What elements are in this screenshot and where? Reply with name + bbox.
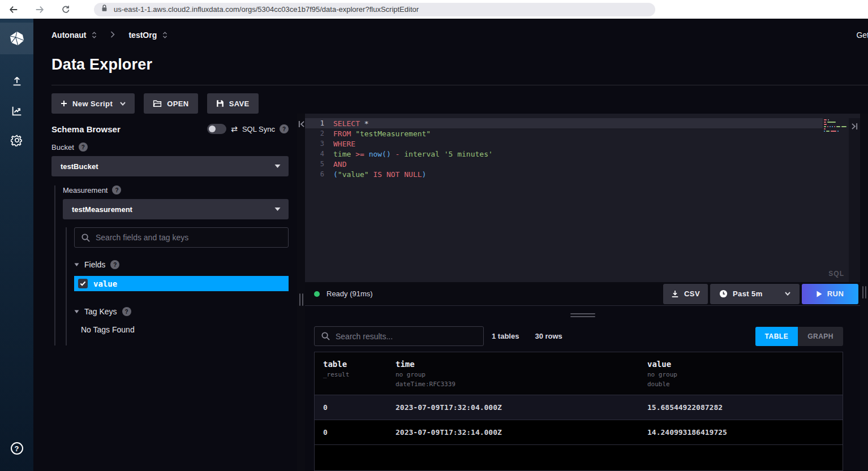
code-line[interactable]: 1SELECT * (305, 118, 823, 128)
save-button[interactable]: SAVE (207, 93, 259, 114)
new-script-button[interactable]: New Script (51, 93, 135, 114)
sql-editor[interactable]: 1SELECT *2FROM "testMeasurement"3WHERE4t… (305, 114, 860, 282)
table-column-header: timeno groupdateTime:RFC3339 (396, 360, 647, 388)
org-switcher[interactable]: Autonaut (51, 31, 86, 40)
refresh-icon[interactable] (60, 4, 71, 15)
vertical-drag-handle[interactable] (862, 286, 866, 299)
clock-icon (719, 289, 728, 298)
url-bar[interactable] (94, 3, 655, 16)
vertical-drag-handle[interactable] (299, 293, 303, 306)
fields-section-header[interactable]: Fields ? (74, 260, 289, 269)
breadcrumb-separator-icon (110, 30, 115, 40)
workspace-sorter-icon[interactable] (162, 31, 167, 39)
language-badge: SQL (828, 270, 844, 278)
sql-sync-toggle[interactable] (207, 124, 226, 134)
caret-down-icon (74, 310, 79, 314)
no-tags-text: No Tags Found (74, 325, 289, 334)
fields-help-icon[interactable]: ? (110, 260, 119, 269)
schema-search[interactable] (74, 227, 289, 248)
field-item[interactable]: value (74, 276, 289, 291)
code-line[interactable]: 3WHERE (305, 139, 823, 149)
table-cell: 2023-07-09T17:32:14.000Z (396, 428, 647, 437)
forward-icon[interactable] (34, 4, 45, 15)
measurement-dropdown[interactable]: testMeasurement (63, 199, 289, 219)
help-icon[interactable]: ? (0, 434, 33, 463)
save-disk-icon (216, 100, 224, 107)
tab-table[interactable]: TABLE (755, 327, 798, 346)
view-toggle: TABLE GRAPH (755, 327, 843, 346)
table-row[interactable]: 02023-07-09T17:32:14.000Z14.240993186419… (315, 420, 843, 445)
left-panel-splitter[interactable] (297, 114, 305, 471)
url-input[interactable] (114, 5, 648, 14)
code-line[interactable]: 5AND (305, 159, 823, 169)
back-icon[interactable] (8, 4, 19, 15)
field-list: value (74, 276, 289, 291)
status-text: Ready (91ms) (326, 289, 373, 298)
horizontal-drag-handle[interactable] (570, 313, 595, 317)
bucket-help-icon[interactable]: ? (79, 142, 88, 152)
measurement-help-icon[interactable]: ? (112, 185, 121, 195)
table-cell: 0 (315, 403, 396, 412)
search-icon (81, 234, 90, 242)
bucket-dropdown[interactable]: testBucket (51, 156, 289, 176)
search-icon (321, 332, 330, 340)
tab-graph[interactable]: GRAPH (798, 327, 843, 346)
breadcrumb: Autonaut testOrg Get (33, 19, 868, 51)
tables-count: 1 tables (492, 332, 519, 340)
dropdown-caret-icon (274, 207, 281, 211)
upload-icon[interactable] (0, 67, 33, 96)
run-button[interactable]: RUN (802, 284, 858, 304)
browser-chrome (0, 0, 868, 19)
sql-sync-label: SQL Sync (242, 125, 275, 133)
get-credit-link[interactable]: Get (856, 31, 868, 40)
workspace-switcher[interactable]: testOrg (128, 31, 157, 40)
results-search[interactable] (314, 326, 484, 346)
status-dot (314, 291, 320, 297)
table-cell: 0 (315, 428, 396, 437)
sql-sync-help-icon[interactable]: ? (280, 124, 289, 133)
dropdown-caret-icon (274, 164, 281, 168)
right-panel-splitter[interactable] (860, 114, 868, 471)
csv-download-button[interactable]: CSV (663, 284, 708, 304)
field-name: value (93, 279, 117, 288)
table-row[interactable]: 02023-07-09T17:32:04.000Z15.685449220872… (315, 395, 843, 420)
code-line[interactable]: 4time >= now() - interval '5 minutes' (305, 149, 823, 159)
time-range-dropdown[interactable]: Past 5m (710, 284, 800, 304)
org-sorter-icon[interactable] (92, 31, 97, 39)
results-panel: 1 tables 30 rows TABLE GRAPH table_resul… (305, 324, 860, 471)
code-line[interactable]: 2FROM "testMeasurement" (305, 128, 823, 139)
table-body: 02023-07-09T17:32:04.000Z15.685449220872… (315, 395, 843, 445)
settings-gear-icon[interactable] (0, 126, 33, 155)
schema-search-input[interactable] (96, 233, 281, 242)
results-search-input[interactable] (336, 332, 476, 341)
fields-label: Fields (84, 260, 105, 269)
editor-minimap[interactable] (823, 118, 849, 282)
tag-keys-label: Tag Keys (84, 307, 117, 316)
influxdb-logo[interactable] (0, 23, 33, 54)
collapse-left-icon[interactable] (298, 120, 304, 128)
play-icon (817, 291, 822, 297)
data-explorer-icon[interactable] (0, 96, 33, 126)
open-button[interactable]: OPEN (144, 93, 197, 114)
folder-icon (153, 100, 162, 107)
field-checkbox[interactable] (78, 279, 88, 288)
tag-keys-help-icon[interactable]: ? (122, 307, 131, 316)
left-sidebar: ? (0, 19, 33, 471)
download-icon (671, 290, 679, 298)
chevron-down-icon (785, 292, 790, 296)
schema-browser-title: Schema Browser (51, 124, 121, 134)
table-column-header: valueno groupdouble (647, 360, 843, 388)
schema-browser-panel: Schema Browser ⇄ SQL Sync ? Bucket ? tes… (33, 114, 297, 471)
results-table: table_resulttimeno groupdateTime:RFC3339… (314, 352, 843, 471)
tag-keys-section-header[interactable]: Tag Keys ? (74, 307, 289, 316)
results-splitter[interactable] (305, 306, 860, 324)
lock-icon (101, 4, 108, 15)
editor-right-strip (849, 118, 860, 282)
page-title: Data Explorer (51, 56, 868, 74)
collapse-right-icon[interactable] (852, 123, 858, 282)
script-toolbar: New Script OPEN SAVE (33, 85, 868, 114)
table-cell: 15.68544922087282 (647, 403, 843, 412)
table-cell: 2023-07-09T17:32:04.000Z (396, 403, 647, 412)
code-line[interactable]: 6("value" IS NOT NULL) (305, 169, 823, 179)
table-cell: 14.240993186419725 (647, 428, 843, 437)
